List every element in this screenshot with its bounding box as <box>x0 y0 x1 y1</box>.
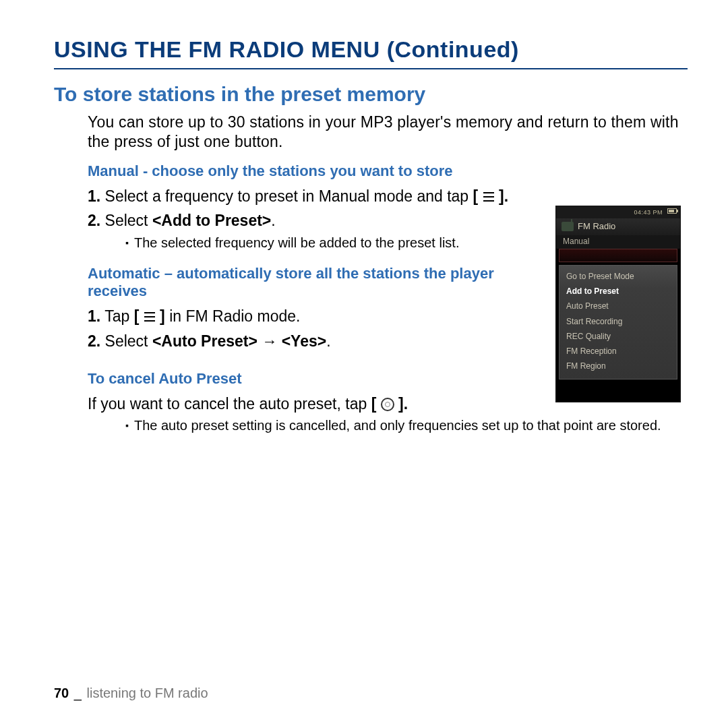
sub-heading-manual: Manual - choose only the stations you wa… <box>88 162 688 180</box>
device-menu-item: Add to Preset <box>559 284 677 299</box>
device-menu-item: REC Quality <box>559 329 677 344</box>
step-text: Tap <box>104 307 133 325</box>
step-bold: <Add to Preset> <box>152 212 271 229</box>
cancel-bullet: The auto preset setting is cancelled, an… <box>123 417 688 434</box>
step-text: If you want to cancel the auto preset, t… <box>88 395 371 413</box>
device-menu-item: Go to Preset Mode <box>559 269 677 284</box>
device-menu: Go to Preset ModeAdd to PresetAuto Prese… <box>559 265 677 380</box>
step-text: . <box>271 212 275 229</box>
step-number: 1. <box>88 307 100 325</box>
manual-step-1: 1. Select a frequency to preset in Manua… <box>88 187 526 206</box>
auto-step-2: 2. Select <Auto Preset> → <Yes>. <box>88 332 526 351</box>
device-menu-item: FM Region <box>559 359 677 373</box>
device-title: FM Radio <box>578 221 615 231</box>
device-tuner-strip <box>559 249 677 262</box>
device-menu-item: FM Reception <box>559 344 677 359</box>
page-footer: 70 _ listening to FM radio <box>54 686 208 701</box>
bracket-close: ]. <box>499 187 508 205</box>
radio-icon <box>562 222 574 231</box>
step-text: Select <box>105 212 152 229</box>
footer-separator: _ <box>74 686 82 700</box>
step-text: . <box>326 332 330 350</box>
manual-step-2: 2. Select <Add to Preset>. <box>88 211 526 231</box>
step-bold: <Auto Preset> <box>152 332 257 350</box>
step-number: 2. <box>88 212 100 229</box>
device-mode: Manual <box>556 235 680 249</box>
circle-icon <box>381 398 394 411</box>
device-titlebar: FM Radio <box>556 218 680 235</box>
page-title: USING THE FM RADIO MENU (Continued) <box>54 36 688 69</box>
manual-bullet: The selected frequency will be added to … <box>123 235 526 251</box>
step-number: 2. <box>88 332 100 350</box>
bracket-close: ]. <box>398 395 408 413</box>
page-number: 70 <box>54 686 69 700</box>
arrow-text: → <box>257 332 282 350</box>
bracket-open: [ <box>134 307 140 325</box>
intro-text: You can store up to 30 stations in your … <box>88 113 688 152</box>
bracket-open: [ <box>371 395 377 413</box>
step-bold: <Yes> <box>282 332 327 350</box>
battery-icon <box>667 208 677 214</box>
device-menu-item: Auto Preset <box>559 299 677 313</box>
menu-icon <box>483 191 495 202</box>
device-statusbar: 04:43 PM <box>556 206 680 218</box>
step-text: Select <box>105 332 152 350</box>
device-menu-item: Start Recording <box>559 314 677 329</box>
menu-icon <box>144 311 156 322</box>
sub-heading-automatic: Automatic – automatically store all the … <box>88 265 512 300</box>
step-number: 1. <box>88 187 100 205</box>
step-text: in FM Radio mode. <box>169 307 300 325</box>
auto-step-1: 1. Tap [ ] in FM Radio mode. <box>88 307 526 326</box>
step-text: Select a frequency to preset in Manual m… <box>105 187 473 205</box>
bracket-open: [ <box>473 187 479 205</box>
footer-chapter: listening to FM radio <box>87 686 208 700</box>
status-time: 04:43 PM <box>634 209 663 216</box>
section-heading-preset: To store stations in the preset memory <box>54 83 688 106</box>
device-screenshot: 04:43 PM FM Radio Manual Go to Preset Mo… <box>555 206 681 402</box>
bracket-close: ] <box>160 307 165 325</box>
